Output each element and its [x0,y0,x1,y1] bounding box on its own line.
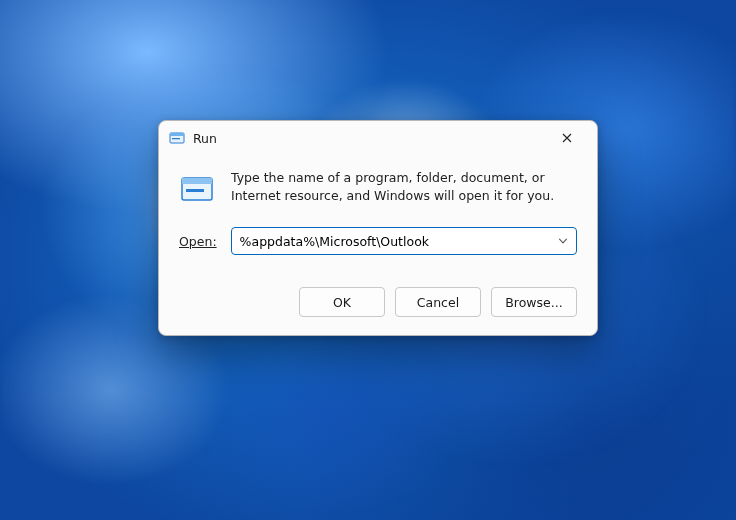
button-row: OK Cancel Browse... [159,261,597,335]
svg-rect-2 [172,138,180,139]
run-dialog-icon [169,130,185,146]
chevron-down-icon [558,236,568,246]
close-icon [562,133,572,143]
open-combobox[interactable] [231,227,577,255]
open-row: Open: [159,215,597,261]
window-title: Run [193,131,545,146]
run-dialog: Run Type the name of a program, folder, … [158,120,598,336]
svg-rect-4 [182,178,212,184]
ok-button[interactable]: OK [299,287,385,317]
dialog-description: Type the name of a program, folder, docu… [231,169,577,207]
titlebar: Run [159,121,597,155]
dialog-body: Type the name of a program, folder, docu… [159,155,597,215]
dropdown-toggle[interactable] [555,233,571,249]
run-large-icon [179,171,215,207]
open-label: Open: [179,234,217,249]
browse-button[interactable]: Browse... [491,287,577,317]
cancel-button[interactable]: Cancel [395,287,481,317]
svg-rect-1 [170,133,184,136]
svg-rect-5 [186,189,204,192]
open-input[interactable] [231,227,577,255]
close-button[interactable] [545,123,589,153]
